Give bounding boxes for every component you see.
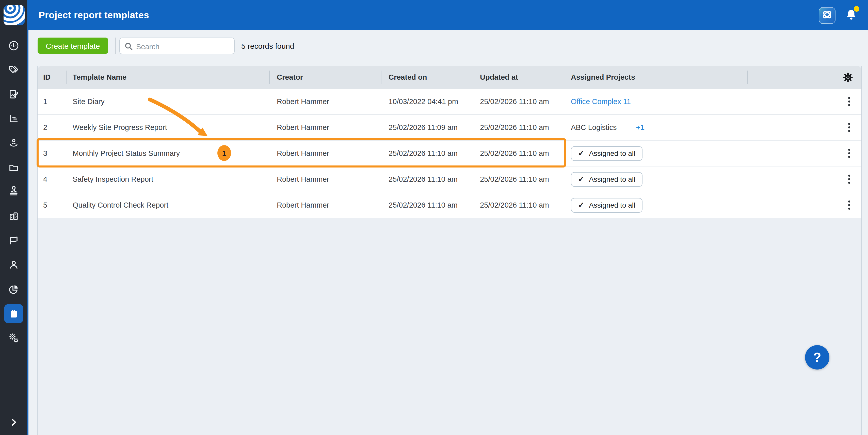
buildings-icon — [8, 211, 19, 222]
document-edit-icon — [8, 89, 19, 100]
kebab-icon — [848, 149, 850, 158]
row-menu-button[interactable] — [841, 115, 857, 140]
records-count: 5 records found — [241, 38, 294, 54]
table-row-1[interactable]: 1 Site Diary Robert Hammer 10/03/2022 04… — [38, 89, 861, 115]
row-menu-button[interactable] — [841, 166, 857, 192]
check-icon: ✓ — [578, 175, 584, 184]
project-name: ABC Logistics — [571, 123, 617, 131]
sidebar-item-tags[interactable] — [7, 64, 20, 76]
stamp-icon — [8, 186, 19, 197]
user-icon — [8, 259, 19, 271]
annotation-step-badge: 1 — [217, 145, 231, 161]
sidebar-item-analytics[interactable] — [7, 284, 20, 295]
cell-assigned-projects: ✓Assigned to all — [571, 141, 642, 166]
create-template-button[interactable]: Create template — [38, 38, 108, 54]
sidebar-item-site-presence[interactable] — [7, 138, 20, 149]
cell-created-on: 25/02/2026 11:10 am — [389, 166, 458, 192]
column-divider — [747, 71, 748, 84]
table-row-4[interactable]: 4 Safety Inspection Report Robert Hammer… — [38, 166, 861, 192]
gear-icon — [843, 76, 853, 84]
search-input[interactable] — [135, 38, 234, 55]
cell-template-name: Monthly Project Status Summary — [73, 141, 180, 166]
sidebar-item-settings[interactable] — [7, 332, 20, 344]
column-settings-button[interactable] — [843, 72, 853, 84]
app-logo — [4, 5, 25, 25]
assigned-to-all-button[interactable]: ✓Assigned to all — [571, 172, 642, 187]
table-header-row: ID Template Name Creator Created on Upda… — [38, 66, 861, 89]
column-header-id[interactable]: ID — [43, 66, 51, 89]
sidebar-item-reports[interactable] — [7, 113, 20, 124]
cell-created-on: 10/03/2022 04:41 pm — [389, 89, 458, 114]
table-row-2[interactable]: 2 Weekly Site Progress Report Robert Ham… — [38, 115, 861, 141]
question-mark-icon: ? — [813, 349, 821, 365]
app-switcher-button[interactable] — [819, 7, 836, 24]
clipboard-icon — [8, 308, 19, 319]
kebab-icon — [848, 200, 850, 210]
app-root: Project report templates Create template… — [0, 0, 868, 435]
cell-assigned-projects: ✓Assigned to all — [571, 166, 642, 192]
cell-creator: Robert Hammer — [277, 89, 329, 114]
cell-id: 4 — [43, 166, 47, 192]
cell-id: 5 — [43, 192, 47, 218]
sidebar-item-site-diary[interactable] — [7, 89, 20, 100]
toolbar-divider — [115, 38, 116, 54]
sidebar-item-companies[interactable] — [7, 211, 20, 222]
column-header-updated-at[interactable]: Updated at — [480, 66, 518, 89]
column-header-created-on[interactable]: Created on — [389, 66, 427, 89]
sidebar-item-people[interactable] — [7, 259, 20, 271]
sidebar-item-approvals[interactable] — [7, 186, 20, 197]
sidebar-item-report-templates[interactable] — [7, 308, 20, 319]
bell-icon — [845, 14, 857, 23]
column-divider — [269, 71, 270, 84]
sidebar-item-files[interactable] — [7, 162, 20, 173]
cell-id: 2 — [43, 115, 47, 140]
top-bar: Project report templates — [28, 0, 868, 30]
notification-dot — [854, 6, 859, 12]
assigned-to-all-label: Assigned to all — [589, 201, 635, 209]
cell-updated-at: 25/02/2026 11:10 am — [480, 115, 549, 140]
assigned-to-all-button[interactable]: ✓Assigned to all — [571, 198, 642, 212]
check-icon: ✓ — [578, 149, 584, 158]
check-icon: ✓ — [578, 200, 584, 210]
kebab-icon — [848, 175, 850, 184]
folder-icon — [8, 162, 19, 173]
cell-template-name: Site Diary — [73, 89, 105, 114]
cell-created-on: 25/02/2026 11:10 am — [389, 192, 458, 218]
cell-id: 3 — [43, 141, 47, 166]
flag-icon — [8, 235, 19, 246]
cell-updated-at: 25/02/2026 11:10 am — [480, 166, 549, 192]
cell-template-name: Weekly Site Progress Report — [73, 115, 167, 140]
column-header-assigned-projects[interactable]: Assigned Projects — [571, 66, 635, 89]
cell-creator: Robert Hammer — [277, 141, 329, 166]
notifications-button[interactable] — [845, 8, 857, 21]
assigned-to-all-button[interactable]: ✓Assigned to all — [571, 146, 642, 161]
cell-created-on: 25/02/2026 11:09 am — [389, 115, 458, 140]
table-row-3[interactable]: 3 Monthly Project Status Summary Robert … — [38, 141, 861, 166]
sidebar — [0, 0, 28, 435]
cell-assigned-projects: ✓Assigned to all — [571, 192, 642, 218]
main-content: Create template 5 records found ID Templ… — [28, 30, 868, 435]
sidebar-expand-button[interactable] — [0, 418, 27, 429]
table-row-5[interactable]: 5 Quality Control Check Report Robert Ha… — [38, 192, 861, 218]
cell-assigned-projects: Office Complex 11 — [571, 89, 631, 114]
help-button[interactable]: ? — [805, 345, 829, 370]
kebab-icon — [848, 123, 850, 132]
cell-created-on: 25/02/2026 11:10 am — [389, 141, 458, 166]
cell-id: 1 — [43, 89, 47, 114]
app-switcher-icon — [821, 9, 833, 22]
column-header-template-name[interactable]: Template Name — [73, 66, 126, 89]
row-menu-button[interactable] — [841, 89, 857, 114]
sidebar-item-flags[interactable] — [7, 235, 20, 246]
search-box — [119, 38, 235, 54]
cell-updated-at: 25/02/2026 11:10 am — [480, 192, 549, 218]
column-header-creator[interactable]: Creator — [277, 66, 303, 89]
cell-creator: Robert Hammer — [277, 166, 329, 192]
row-menu-button[interactable] — [841, 192, 857, 218]
assigned-to-all-label: Assigned to all — [589, 149, 635, 157]
person-location-icon — [8, 138, 19, 149]
row-menu-button[interactable] — [841, 141, 857, 166]
project-link[interactable]: Office Complex 11 — [571, 97, 631, 106]
cell-template-name: Safety Inspection Report — [73, 166, 153, 192]
sidebar-item-dashboard[interactable] — [7, 40, 20, 51]
more-projects-link[interactable]: +1 — [636, 123, 645, 131]
